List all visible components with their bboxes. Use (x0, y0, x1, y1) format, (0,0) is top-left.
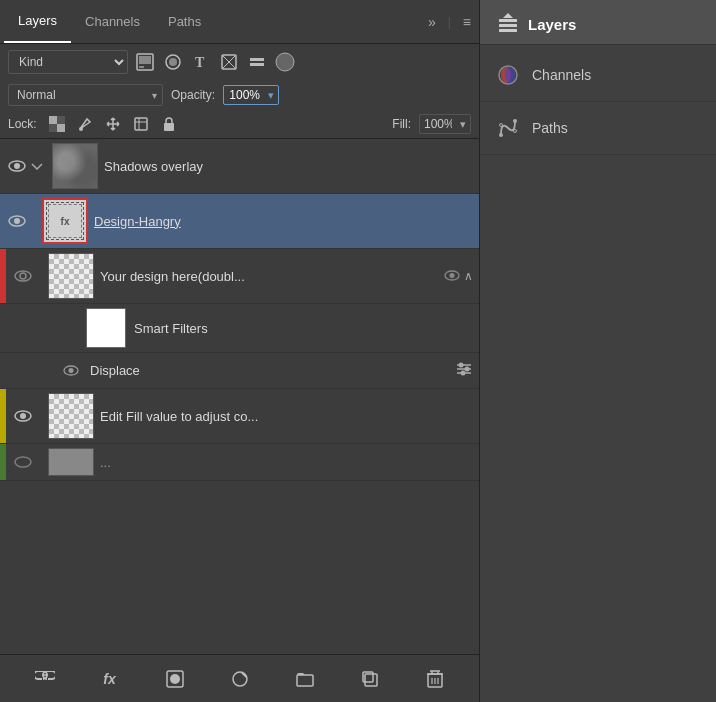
filter-text-icon[interactable]: T (190, 51, 212, 73)
thumb-smart-filters (86, 308, 126, 348)
color-bar-your-design (0, 249, 6, 303)
right-panel-channels[interactable]: Channels (480, 49, 716, 102)
layer-item-smart-filters[interactable]: Smart Filters (0, 304, 479, 353)
layer-name-shadows-overlay: Shadows overlay (104, 159, 473, 174)
svg-point-16 (79, 127, 83, 131)
paths-label: Paths (532, 120, 568, 136)
bottom-toolbar: fx (0, 654, 479, 702)
filter-shape-icon[interactable] (218, 51, 240, 73)
blend-row: Normal Dissolve Multiply Screen Overlay … (0, 80, 479, 110)
right-panel-title: Layers (528, 16, 576, 33)
layer-name-design-hangry: Design-Hangry (94, 214, 473, 229)
lock-checkerboard-icon[interactable] (47, 114, 67, 134)
svg-rect-2 (139, 66, 144, 68)
right-layers-icon (496, 12, 520, 36)
opacity-input-wrap: ▾ (223, 85, 279, 105)
svg-rect-17 (135, 118, 147, 130)
svg-rect-58 (499, 24, 517, 27)
layer-item-edit-fill[interactable]: Edit Fill value to adjust co... (0, 389, 479, 444)
color-bar-partial (0, 444, 6, 480)
svg-rect-1 (139, 56, 151, 64)
svg-point-24 (14, 218, 20, 224)
eye-badge-your-design (444, 269, 460, 284)
caret-your-design[interactable]: ∧ (464, 269, 473, 283)
fill-chevron-icon[interactable]: ▾ (456, 116, 470, 133)
lock-padlock-icon[interactable] (159, 114, 179, 134)
layer-item-your-design[interactable]: Your design here(doubl... ∧ (0, 249, 479, 304)
channels-label: Channels (532, 67, 591, 83)
svg-point-42 (170, 674, 180, 684)
layer-name-displace: Displace (90, 363, 455, 378)
layer-item-design-hangry[interactable]: fx Design-Hangry (0, 194, 479, 249)
svg-point-66 (500, 124, 503, 127)
svg-rect-44 (297, 675, 313, 686)
new-layer-button[interactable] (356, 665, 384, 693)
layers-list: Shadows overlay fx Design-Hangry Your de… (0, 139, 479, 654)
svg-point-38 (20, 413, 26, 419)
svg-point-36 (461, 371, 466, 376)
paths-icon (496, 116, 520, 140)
filter-adjustment-icon[interactable] (162, 51, 184, 73)
layer-name-smart-filters: Smart Filters (134, 321, 473, 336)
thumb-partial (48, 448, 94, 476)
add-mask-button[interactable] (161, 665, 189, 693)
filter-smart-icon[interactable] (274, 51, 296, 73)
right-panel-paths[interactable]: Paths (480, 102, 716, 155)
visibility-toggle-edit-fill[interactable] (12, 405, 34, 427)
lock-brush-icon[interactable] (75, 114, 95, 134)
left-panel: Layers Channels Paths » | ≡ Kind Name Ef… (0, 0, 480, 702)
tab-options-icon[interactable]: ≡ (459, 12, 475, 32)
layer-item-partial[interactable]: ... (0, 444, 479, 481)
kind-select[interactable]: Kind Name Effect Mode (8, 50, 128, 74)
tab-paths[interactable]: Paths (154, 0, 215, 43)
group-button[interactable] (291, 665, 319, 693)
layer-item-displace[interactable]: Displace (0, 353, 479, 389)
layer-extras-your-design: ∧ (444, 269, 473, 284)
layer-name-partial: ... (100, 455, 473, 470)
lock-move-icon[interactable] (103, 114, 123, 134)
blend-mode-select[interactable]: Normal Dissolve Multiply Screen Overlay (8, 84, 163, 106)
opacity-input[interactable] (224, 86, 264, 104)
svg-point-26 (20, 273, 26, 279)
channels-icon (496, 63, 520, 87)
svg-point-35 (465, 367, 470, 372)
visibility-toggle-displace[interactable] (60, 360, 82, 382)
right-panel-layers-header[interactable]: Layers (480, 0, 716, 45)
tab-chevron-icon[interactable]: » (424, 12, 440, 32)
opacity-chevron-icon[interactable]: ▾ (264, 87, 278, 104)
lock-crop-icon[interactable] (131, 114, 151, 134)
color-bar-edit-fill (0, 389, 6, 443)
filter-layer-icon[interactable] (246, 51, 268, 73)
visibility-toggle-design-hangry[interactable] (6, 210, 28, 232)
lock-row: Lock: Fill: ▾ (0, 110, 479, 139)
fill-input[interactable] (420, 115, 456, 133)
tab-bar: Layers Channels Paths » | ≡ (0, 0, 479, 44)
right-panel: Layers Channels Paths (480, 0, 716, 702)
svg-rect-15 (49, 124, 57, 132)
svg-marker-60 (503, 13, 513, 18)
visibility-toggle-partial[interactable] (12, 451, 34, 473)
sliders-icon[interactable] (455, 362, 473, 379)
thumb-your-design (48, 253, 94, 299)
layer-item-shadows-overlay[interactable]: Shadows overlay (0, 139, 479, 194)
delete-layer-button[interactable] (421, 665, 449, 693)
layer-name-your-design: Your design here(doubl... (100, 269, 440, 284)
kind-row: Kind Name Effect Mode T (0, 44, 479, 80)
adjustment-button[interactable] (226, 665, 254, 693)
link-layers-button[interactable] (31, 665, 59, 693)
visibility-toggle-shadows[interactable] (6, 155, 28, 177)
thumb-edit-fill (48, 393, 94, 439)
fx-button[interactable]: fx (96, 665, 124, 693)
svg-point-28 (450, 273, 455, 278)
tab-layers[interactable]: Layers (4, 0, 71, 43)
thumb-design-hangry: fx (42, 198, 88, 244)
link-arrow-shadows (28, 159, 46, 173)
svg-rect-12 (49, 116, 57, 124)
visibility-toggle-your-design[interactable] (12, 265, 34, 287)
svg-point-67 (514, 130, 517, 133)
svg-rect-13 (57, 124, 65, 132)
filter-image-icon[interactable] (134, 51, 156, 73)
svg-rect-14 (57, 116, 65, 124)
tab-channels[interactable]: Channels (71, 0, 154, 43)
opacity-label: Opacity: (171, 88, 215, 102)
